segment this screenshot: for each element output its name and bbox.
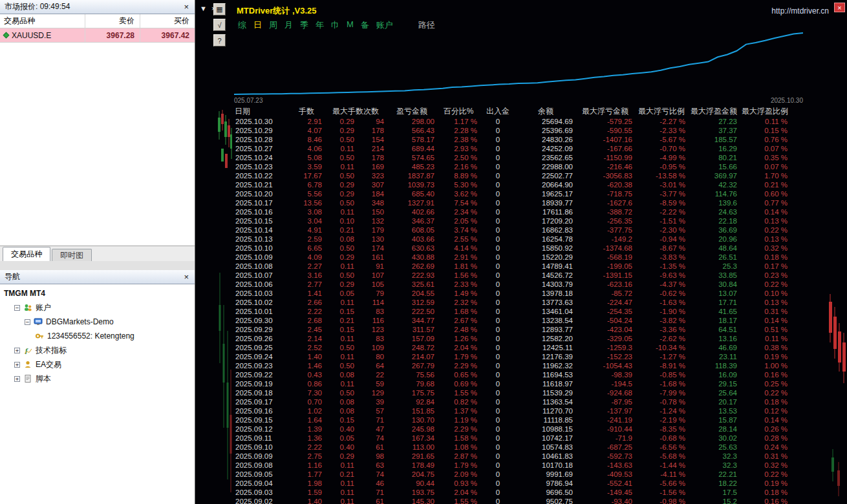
stats-url-link[interactable]: http://mtdriver.cn bbox=[771, 6, 829, 16]
column-header-ask[interactable]: 买价 bbox=[140, 14, 195, 28]
stats-cell: 2025.09.23 bbox=[233, 361, 288, 370]
stats-cell: 1.59 bbox=[288, 488, 325, 497]
stats-cell: 3.59 bbox=[288, 162, 325, 171]
stats-cell: 2.22 bbox=[288, 443, 325, 452]
stats-cell: 0.08 bbox=[325, 235, 357, 244]
close-icon[interactable]: × bbox=[182, 273, 190, 281]
stats-cell: 2025.09.30 bbox=[233, 316, 288, 325]
stats-cell: -71.9 bbox=[575, 434, 635, 443]
stats-cell: 323 bbox=[357, 171, 387, 180]
stats-cell: 174 bbox=[357, 244, 387, 253]
navigator-item[interactable]: TMGM MT4 bbox=[0, 286, 195, 300]
navigator-item[interactable]: +f技术指标 bbox=[0, 343, 195, 357]
stats-cell: -87.95 bbox=[575, 397, 635, 406]
check-button[interactable]: √ bbox=[213, 19, 226, 31]
stats-cell: 0.11 % bbox=[740, 334, 790, 343]
stats-cell: -3056.83 bbox=[575, 171, 635, 180]
stats-cell: 566.43 bbox=[387, 126, 437, 135]
navigator-item[interactable]: +脚本 bbox=[0, 372, 195, 386]
stats-cell: 0.22 % bbox=[740, 470, 790, 479]
column-header-bid[interactable]: 卖价 bbox=[85, 14, 140, 28]
symbol-row-xauusd[interactable]: XAUUSD.E 3967.28 3967.42 bbox=[0, 28, 195, 43]
stats-cell: 14303.79 bbox=[516, 280, 575, 289]
collapse-icon[interactable]: − bbox=[14, 305, 20, 311]
help-button[interactable]: ? bbox=[213, 34, 226, 47]
stats-cell: 11270.70 bbox=[516, 406, 575, 415]
stats-cell: 0.13 % bbox=[740, 235, 790, 244]
stats-cell: 0 bbox=[480, 352, 516, 361]
market-watch-tab[interactable]: 交易品种 bbox=[3, 247, 50, 261]
navigator-titlebar[interactable]: 导航 × bbox=[0, 270, 195, 284]
stats-cell: 2.45 bbox=[288, 325, 325, 334]
navigator-item[interactable]: −DBGMarkets-Demo bbox=[0, 315, 195, 329]
stats-cell: 0.50 bbox=[325, 171, 357, 180]
stats-cell: 4.14 % bbox=[437, 244, 480, 253]
stats-cell: 0 bbox=[480, 307, 516, 316]
stats-cell: 0 bbox=[480, 452, 516, 461]
stats-table-row: 2025.10.022.660.11114312.592.32 %013773.… bbox=[233, 298, 790, 307]
market-watch-empty-area bbox=[0, 43, 195, 246]
stats-table-row: 2025.09.092.750.2998291.652.87 %010461.8… bbox=[233, 452, 790, 461]
snapshot-button[interactable]: ▦ bbox=[213, 3, 226, 16]
stats-cell: 9991.69 bbox=[516, 470, 575, 479]
stats-cell: -1.56 % bbox=[635, 488, 688, 497]
navigator-item[interactable]: +EA交易 bbox=[0, 357, 195, 372]
navigator-item[interactable]: −账户 bbox=[0, 300, 195, 315]
market-watch-titlebar[interactable]: 市场报价: 09:49:54 × bbox=[0, 0, 195, 14]
stats-cell: -4.99 % bbox=[635, 153, 688, 162]
stats-cell: -0.70 % bbox=[635, 144, 688, 153]
stats-cell: 2.93 % bbox=[437, 144, 480, 153]
stats-cell: 0.19 % bbox=[740, 479, 790, 488]
stats-cell: 1039.73 bbox=[387, 180, 437, 189]
stats-cell: 4.06 bbox=[288, 144, 325, 153]
stats-cell: -224.47 bbox=[575, 298, 635, 307]
market-watch-tab[interactable]: 即时图 bbox=[52, 249, 92, 261]
stats-cell: -592.73 bbox=[575, 452, 635, 461]
expand-icon[interactable]: + bbox=[14, 362, 20, 368]
equity-curve-chart bbox=[234, 30, 803, 98]
stats-cell: 2025.10.27 bbox=[233, 144, 288, 153]
stats-cell: -0.68 % bbox=[635, 434, 688, 443]
stats-cell: -1150.99 bbox=[575, 153, 635, 162]
stats-cell: 0 bbox=[480, 325, 516, 334]
stats-cell: 42.32 bbox=[688, 180, 740, 189]
stats-table-row: 2025.09.187.300.50129175.751.55 %011539.… bbox=[233, 388, 790, 397]
stats-cell: 64.51 bbox=[688, 325, 740, 334]
expand-icon[interactable]: + bbox=[14, 348, 20, 353]
stats-cell: 0.21 % bbox=[740, 180, 790, 189]
stats-cell: 5.08 bbox=[288, 153, 325, 162]
chart-collapse-icon[interactable]: ▼ bbox=[200, 5, 207, 12]
expand-icon[interactable]: + bbox=[14, 376, 20, 382]
stats-cell: 0.11 bbox=[325, 461, 357, 470]
stats-cell: 2.14 bbox=[288, 334, 325, 343]
stats-cell: -1.44 % bbox=[635, 461, 688, 470]
stats-cell: 0 bbox=[480, 388, 516, 397]
stats-cell: 0.10 bbox=[325, 216, 357, 226]
stats-cell: 0 bbox=[480, 207, 516, 216]
panel-divider bbox=[0, 261, 195, 270]
stats-cell: 2.28 % bbox=[437, 126, 480, 135]
stats-cell: 2.16 % bbox=[437, 162, 480, 171]
stats-cell: 150 bbox=[357, 207, 387, 216]
stats-cell: -149.2 bbox=[575, 235, 635, 244]
stats-cell: 22.18 bbox=[688, 216, 740, 226]
stats-cell: 17.5 bbox=[688, 488, 740, 497]
close-icon[interactable]: × bbox=[182, 3, 190, 11]
column-header-symbol[interactable]: 交易品种 bbox=[0, 14, 85, 28]
stats-cell: 4.09 bbox=[288, 253, 325, 262]
stats-cell: 1.02 bbox=[288, 406, 325, 415]
stats-cell: 0.24 % bbox=[740, 443, 790, 452]
stats-cell: 90.44 bbox=[387, 479, 437, 488]
stats-cell: 0.18 % bbox=[740, 397, 790, 406]
stats-cell: 2025.10.23 bbox=[233, 162, 288, 171]
collapse-icon[interactable]: − bbox=[25, 319, 30, 325]
stats-cell: 22502.77 bbox=[516, 171, 575, 180]
stats-cell: -8.59 % bbox=[635, 198, 688, 207]
stats-cell: 0 bbox=[480, 316, 516, 325]
symbol-name: XAUUSD.E bbox=[12, 31, 51, 40]
stats-cell: 7.54 % bbox=[437, 198, 480, 207]
navigator-item[interactable]: 1234556552: Ketengteng bbox=[0, 329, 195, 343]
stats-cell: 2.50 % bbox=[437, 153, 480, 162]
stats-cell: 16254.78 bbox=[516, 235, 575, 244]
stats-cell: -2.33 % bbox=[635, 126, 688, 135]
